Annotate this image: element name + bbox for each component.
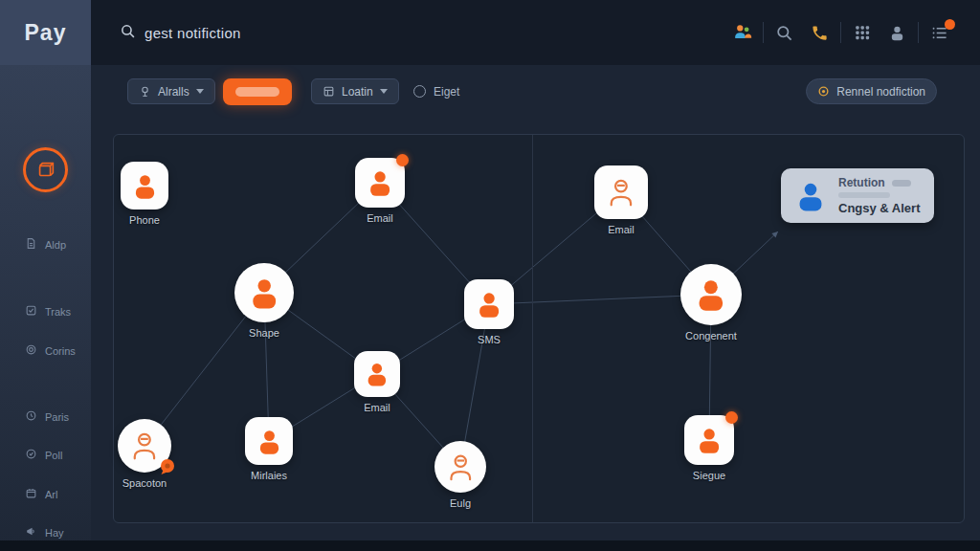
footer-strip: [0, 540, 980, 551]
graph-node-phone[interactable]: Phone: [121, 162, 168, 209]
sidebar-item-traks[interactable]: Traks: [0, 298, 91, 325]
panel-title: Retution: [838, 176, 885, 189]
logo-block[interactable]: Pay: [0, 0, 91, 65]
node-label: Spacoton: [122, 477, 167, 489]
app-logo: Pay: [25, 20, 67, 46]
sidebar-item-arl[interactable]: Arl: [0, 480, 91, 508]
graph-node-sms[interactable]: SMS: [464, 279, 514, 329]
sidebar-active-item[interactable]: [23, 147, 68, 192]
node-label: Phone: [129, 214, 160, 226]
toolbar: Alralls Loatin Eiget Rennel nodfiction: [91, 65, 980, 117]
graph-node-spacoton[interactable]: Spacoton: [118, 419, 171, 473]
channel-notification-label: Rennel nodfiction: [836, 85, 925, 99]
topbar: gest notifiction: [91, 0, 980, 65]
node-label: SMS: [478, 334, 501, 345]
search-icon: [120, 23, 136, 43]
node-label: Eulg: [450, 497, 471, 509]
notifications-list-icon[interactable]: [922, 15, 957, 51]
sidebar-item-label: Aldp: [45, 239, 66, 251]
search-query: gest notifiction: [145, 25, 241, 41]
megaphone-icon: [25, 525, 37, 540]
user-icon[interactable]: [880, 15, 915, 51]
sidebar-item-label: Arl: [45, 489, 57, 500]
graph-node-shape[interactable]: Shape: [234, 263, 294, 322]
coins-icon: [25, 343, 37, 358]
apps-grid-icon[interactable]: [844, 15, 880, 51]
search-input[interactable]: gest notifiction: [120, 23, 241, 43]
location-dropdown-label: Loatin: [342, 85, 373, 99]
alerts-dropdown[interactable]: Alralls: [127, 78, 215, 104]
chevron-down-icon: [196, 89, 204, 94]
gear-badge-icon: [158, 457, 177, 476]
notification-dot: [945, 19, 955, 30]
calendar-icon: [25, 487, 37, 501]
icon-divider: [918, 22, 919, 43]
sidebar-item-label: Paris: [45, 411, 69, 423]
alerts-dropdown-label: Alralls: [158, 85, 189, 99]
graph-node-congenent[interactable]: Congenent: [680, 264, 742, 325]
eiget-radio-label: Eiget: [434, 85, 459, 99]
phone-icon[interactable]: [802, 15, 837, 51]
graph-node-email-mid[interactable]: Email: [354, 351, 400, 397]
eiget-radio-option[interactable]: Eiget: [413, 78, 459, 104]
graph-node-email-top[interactable]: Email: [355, 158, 405, 208]
target-icon: [817, 85, 830, 98]
sidebar-item-label: Traks: [45, 306, 71, 318]
node-label: Email: [367, 212, 393, 224]
search-icon[interactable]: [767, 15, 802, 51]
location-dropdown[interactable]: Loatin: [311, 78, 399, 104]
sidebar-item-poll[interactable]: Poll: [0, 441, 91, 469]
sidebar-list: Aldp Traks Corins Paris Poll Arl Hay: [0, 218, 91, 546]
poll-icon: [25, 448, 37, 462]
node-label: Email: [364, 402, 390, 413]
node-label: Siegue: [693, 470, 725, 481]
panel-divider-bar: [838, 192, 890, 198]
parts-icon: [25, 409, 37, 424]
tasks-icon: [25, 304, 37, 319]
chevron-down-icon: [380, 89, 388, 94]
node-label: Email: [608, 224, 635, 235]
notification-dot-badge: [396, 154, 409, 166]
sidebar-item-paris[interactable]: Paris: [0, 403, 91, 430]
topbar-icons: [724, 0, 957, 65]
sidebar-item-label: Hay: [45, 527, 64, 539]
graph-node-siegue[interactable]: Siegue: [684, 415, 734, 465]
radio-icon: [413, 85, 426, 98]
sidebar-item-label: Poll: [45, 450, 62, 461]
app-window: gest notifiction Pay Aldp: [0, 0, 980, 551]
filter-icon: [139, 85, 151, 98]
panel-icon: [323, 85, 335, 98]
team-icon[interactable]: [724, 15, 760, 51]
node-label: Congenent: [685, 330, 737, 342]
graph-node-mirlaies[interactable]: Mirlaies: [245, 417, 293, 465]
doc-icon: [25, 237, 37, 252]
primary-action-highlight: [235, 87, 279, 97]
panel-subtitle: Cngsy & Alert: [838, 201, 920, 215]
node-label: Mirlaies: [251, 470, 287, 481]
graph-canvas: Retution Cngsy & Alert Phone Email Email…: [113, 134, 965, 523]
primary-action-button[interactable]: [223, 78, 292, 105]
sidebar-item-aldp[interactable]: Aldp: [0, 231, 91, 258]
icon-divider: [763, 22, 764, 43]
sidebar-item-corins[interactable]: Corins: [0, 337, 91, 364]
retention-panel[interactable]: Retution Cngsy & Alert: [781, 168, 934, 223]
sidebar: Aldp Traks Corins Paris Poll Arl Hay: [0, 65, 91, 551]
box-icon: [35, 160, 56, 181]
graph-node-email-right[interactable]: Email: [594, 165, 648, 219]
graph-node-eulg[interactable]: Eulg: [434, 441, 486, 493]
panel-mini-pill: [892, 180, 911, 187]
icon-divider: [840, 22, 841, 43]
node-label: Shape: [249, 327, 279, 339]
canvas-divider: [532, 135, 533, 522]
notification-dot-badge: [725, 411, 738, 424]
channel-notification-button[interactable]: Rennel nodfiction: [806, 78, 937, 104]
sidebar-item-label: Corins: [45, 345, 76, 357]
blue-user-icon: [793, 179, 828, 213]
